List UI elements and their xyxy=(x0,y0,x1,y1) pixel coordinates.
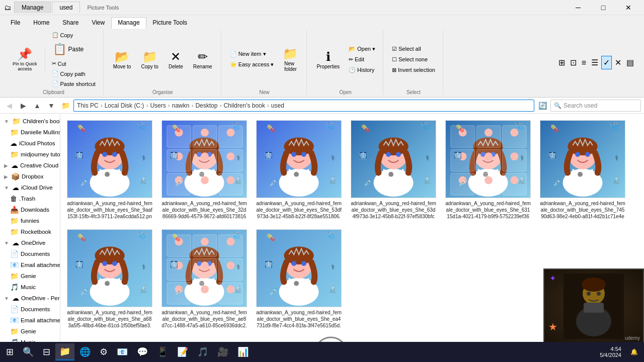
app3-taskbar[interactable]: 📱 xyxy=(153,343,172,360)
sidebar-item-music1[interactable]: 🎵 Music xyxy=(0,282,60,293)
sidebar-item-funnies[interactable]: 📁 funnies xyxy=(0,215,60,226)
sidebar-item-childrens-book[interactable]: ▼ 📁 Children's book xyxy=(0,116,60,127)
refresh-button[interactable]: 🔄 xyxy=(536,100,548,112)
app1-taskbar[interactable]: 📧 xyxy=(113,343,132,360)
sidebar-item-docs2[interactable]: 📄 Documents xyxy=(0,304,60,315)
svg-point-189 xyxy=(597,292,601,296)
recent-button[interactable]: ▼ xyxy=(45,100,57,112)
chrome-taskbar[interactable]: ⚙ xyxy=(96,343,112,360)
edge-taskbar[interactable]: 🌐 xyxy=(75,343,95,360)
properties-button[interactable]: ℹ Properties xyxy=(312,47,344,72)
path-used[interactable]: used xyxy=(271,102,284,109)
app6-taskbar[interactable]: 🎥 xyxy=(213,343,232,360)
svg-text:🩺: 🩺 xyxy=(421,122,430,130)
file-item[interactable]: 💊🩺💉🔬🩻⚕adriankwan_A_young_red-haired_fema… xyxy=(254,118,344,223)
sidebar-item-genie2[interactable]: 📁 Genie xyxy=(0,326,60,337)
tab-used[interactable]: used xyxy=(52,2,80,13)
view-icon-large[interactable]: ⊞ xyxy=(556,56,567,69)
sidebar-item-rocketbook[interactable]: 📁 Rocketbook xyxy=(0,226,60,237)
file-item[interactable]: 💊🩺💉🔬🩻⚕adriankwan_A_young_red-haired_fema… xyxy=(159,118,250,223)
close-button[interactable]: ✕ xyxy=(617,0,640,15)
maximize-button[interactable]: □ xyxy=(592,0,615,15)
tab-manage[interactable]: Manage xyxy=(14,2,51,13)
new-buttons: 📄 New item ▾ ⭐ Easy access ▾ 📁 Newfolder xyxy=(226,30,303,88)
path-thispc[interactable]: This PC xyxy=(77,102,99,109)
sidebar-item-creative-cloud[interactable]: ▶ ☁ Creative Cloud Files xyxy=(0,160,60,171)
start-button[interactable]: ⊞ xyxy=(2,343,18,360)
sidebar-item-icloud-drive[interactable]: ▼ ☁ iCloud Drive xyxy=(0,182,60,193)
new-folder-button[interactable]: 📁 Newfolder xyxy=(278,44,302,74)
sidebar-item-docs1[interactable]: 📄 Documents xyxy=(0,248,60,259)
cut-button[interactable]: ✂ Cut xyxy=(48,59,99,68)
edit-button[interactable]: ✏ Edit xyxy=(345,55,379,64)
sidebar-item-trash[interactable]: 🗑 .Trash xyxy=(0,193,60,204)
file-item[interactable]: 💊🩺💉🔬🩻⚕adriankwan_A_young_red-haired_fema… xyxy=(537,118,628,223)
sidebar-item-icloud-photos[interactable]: ☁ iCloud Photos xyxy=(0,138,60,149)
sidebar-item-downloads[interactable]: 📥 Downloads xyxy=(0,204,60,215)
sidebar-item-email2[interactable]: 📧 Email attachments xyxy=(0,315,60,326)
view-icon-details[interactable]: ☰ xyxy=(589,56,600,69)
sidebar-item-danielle[interactable]: 📁 Danielle Mullins xyxy=(0,127,60,138)
file-item[interactable]: 💊🩺💉🔬🩻⚕adriankwan_A_young_red-haired_fema… xyxy=(443,118,533,223)
file-item[interactable]: 💊🩺💉🔬🩻⚕adriankwan_A_young_red-haired_fema… xyxy=(64,118,155,223)
select-none-button[interactable]: ☐ Select none xyxy=(388,55,439,64)
app5-taskbar[interactable]: 🎵 xyxy=(193,343,212,360)
pin-button[interactable]: 📌 Pin to Quickaccess xyxy=(8,45,42,74)
search-box[interactable]: 🔍 Search used xyxy=(550,100,641,112)
open-button[interactable]: 📂 Open ▾ xyxy=(345,44,379,54)
select-all-icon: ☑ xyxy=(392,46,397,52)
invert-selection-button[interactable]: ⊠ Invert selection xyxy=(388,65,439,75)
sidebar-item-dropbox[interactable]: ▶ 📦 Dropbox xyxy=(0,171,60,182)
rename-button[interactable]: ✏ Rename xyxy=(189,47,217,72)
app2-taskbar[interactable]: 💬 xyxy=(133,343,152,360)
minimize-button[interactable]: ─ xyxy=(567,0,590,15)
back-button[interactable]: ◀ xyxy=(3,100,15,112)
path-users[interactable]: Users xyxy=(150,102,166,109)
tab-home[interactable]: Home xyxy=(27,17,56,28)
app4-taskbar[interactable]: 📝 xyxy=(173,343,192,360)
up-button[interactable]: ▲ xyxy=(31,100,43,112)
tab-view[interactable]: View xyxy=(85,17,111,28)
tab-file[interactable]: File xyxy=(4,17,27,28)
app7-taskbar[interactable]: 📊 xyxy=(233,343,253,360)
move-to-button[interactable]: 📂 Move to xyxy=(109,47,136,72)
new-item-button[interactable]: 📄 New item ▾ xyxy=(226,49,278,59)
copy-to-button[interactable]: 📁 Copy to xyxy=(136,47,163,72)
file-item[interactable]: 💊🩺💉🔬🩻⚕adriankwan_A_young_red-haired_fema… xyxy=(159,227,250,332)
copy-path-button[interactable]: 📄 Copy path xyxy=(48,69,99,78)
tab-share[interactable]: Share xyxy=(56,17,85,28)
notification-button[interactable]: 🔔 xyxy=(626,343,642,360)
explorer-taskbar[interactable]: 📁 xyxy=(55,343,74,360)
tab-picture-tools[interactable]: Picture Tools xyxy=(146,17,194,28)
history-button[interactable]: 🕐 History xyxy=(345,65,379,75)
path-nawkn[interactable]: nawkn xyxy=(172,102,190,109)
easy-access-button[interactable]: ⭐ Easy access ▾ xyxy=(226,60,278,69)
view-icon-list[interactable]: ≡ xyxy=(580,56,588,69)
sidebar-item-genie1[interactable]: 📁 Genie xyxy=(0,270,60,282)
sidebar-item-onedrive[interactable]: ▼ ☁ OneDrive xyxy=(0,237,60,248)
delete-button[interactable]: ✕ Delete xyxy=(164,47,188,72)
address-path[interactable]: This PC › Local Disk (C:) › Users › nawk… xyxy=(73,100,534,112)
search-button[interactable]: 🔍 xyxy=(19,343,38,360)
select-all-button[interactable]: ☑ Select all xyxy=(388,44,439,54)
view-icon-x[interactable]: ✕ xyxy=(613,56,623,69)
tab-manage[interactable]: Manage xyxy=(111,17,146,29)
pin-label: Pin to Quickaccess xyxy=(13,61,37,71)
view-icon-bar[interactable]: ▤ xyxy=(624,56,636,69)
sidebar-item-email1[interactable]: 📧 Email attachments xyxy=(0,259,60,270)
copy-button[interactable]: 📋 Copy xyxy=(48,30,99,40)
task-view-button[interactable]: ⊟ xyxy=(39,343,54,360)
view-icon-check[interactable]: ✓ xyxy=(601,56,612,69)
file-item[interactable]: 💊🩺💉🔬🩻⚕adriankwan_A_young_red-haired_fema… xyxy=(254,227,344,332)
paste-button[interactable]: 📋 Paste xyxy=(48,40,99,58)
paste-shortcut-button[interactable]: 📄 Paste shortcut xyxy=(48,79,99,88)
file-item[interactable]: 💊🩺💉🔬🩻⚕adriankwan_A_young_red-haired_fema… xyxy=(64,227,155,332)
sidebar-item-onedrive-personal[interactable]: ▼ ☁ OneDrive - Personal xyxy=(0,293,60,304)
path-localdisk[interactable]: Local Disk (C:) xyxy=(105,102,144,109)
path-desktop[interactable]: Desktop xyxy=(195,102,217,109)
sidebar-item-midjourney[interactable]: 📁 midjourney tutorial xyxy=(0,149,60,160)
view-icon-medium[interactable]: ⊡ xyxy=(568,56,579,69)
path-childrens-book[interactable]: Children's book xyxy=(223,102,265,109)
forward-button[interactable]: ▶ xyxy=(17,100,29,112)
file-item[interactable]: 💊🩺💉🔬🩻⚕adriankwan_A_young_red-haired_fema… xyxy=(348,118,439,223)
